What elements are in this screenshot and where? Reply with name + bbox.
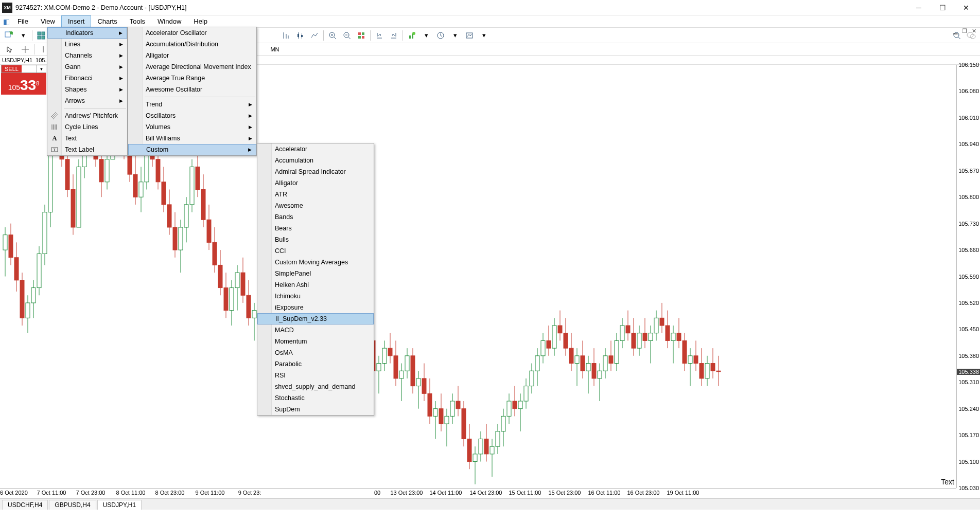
chart-shift-button[interactable]	[387, 29, 400, 42]
menu-item-custom-moving-averages[interactable]: Custom Moving Averages	[257, 257, 374, 268]
svg-rect-102	[162, 182, 166, 205]
menu-item-awesome-oscillator[interactable]: Awesome Oscillator	[128, 84, 256, 95]
menu-item-momentum[interactable]: Momentum	[257, 336, 374, 347]
mdi-restore-button[interactable]: ❐	[960, 28, 969, 34]
menu-item-stochastic[interactable]: Stochastic	[257, 392, 374, 404]
menu-item-gann[interactable]: Gann▶	[47, 61, 127, 73]
menu-item-accumulation-distribution[interactable]: Accumulation/Distribution	[128, 39, 256, 50]
menu-item-supdem[interactable]: SupDem	[257, 404, 374, 415]
tb-dropdown-1[interactable]: ▾	[16, 29, 30, 42]
svg-rect-26	[362, 36, 364, 39]
new-order-button[interactable]	[2, 29, 15, 42]
menu-item-accelerator-oscillator[interactable]: Accelerator Oscillator	[128, 27, 256, 39]
menu-item-bill-williams[interactable]: Bill Williams▶	[128, 133, 256, 144]
menu-item-macd[interactable]: MACD	[257, 324, 374, 336]
close-button[interactable]: ✕	[954, 0, 978, 15]
menu-tools[interactable]: Tools	[124, 15, 151, 27]
menu-item-simplepanel[interactable]: SimplePanel	[257, 268, 374, 279]
menu-item-atr[interactable]: ATR	[257, 189, 374, 200]
menu-item-cycle-lines[interactable]: Cycle Lines	[47, 121, 127, 133]
candle-chart-button[interactable]	[293, 29, 307, 42]
chart-tab[interactable]: GBPUSD,H4	[49, 500, 96, 510]
mdi-minimize-button[interactable]: ▁	[951, 28, 959, 34]
chart-text-annotation[interactable]: Text	[941, 478, 954, 486]
templates-button[interactable]	[463, 29, 476, 42]
svg-rect-242	[558, 326, 562, 333]
svg-rect-186	[399, 371, 404, 378]
menu-item-shapes[interactable]: Shapes▶	[47, 84, 127, 95]
menu-item-average-true-range[interactable]: Average True Range	[128, 73, 256, 84]
menu-item-ii-supdem-v2-33[interactable]: II_SupDem_v2.33	[257, 313, 374, 324]
svg-rect-274	[649, 333, 653, 341]
svg-rect-104	[167, 205, 171, 227]
indicators-dropdown[interactable]: ▾	[419, 29, 433, 42]
mdi-close-button[interactable]: ✕	[970, 28, 978, 34]
periodicity-button[interactable]	[434, 29, 447, 42]
menu-item-text-label[interactable]: Text LabelT	[47, 144, 127, 155]
menu-help[interactable]: Help	[187, 15, 214, 27]
time-tick: 9 Oct 23:	[238, 490, 261, 496]
menu-item-shved-supply-and-demand[interactable]: shved_supply_and_demand	[257, 381, 374, 392]
templates-dropdown[interactable]: ▾	[477, 29, 491, 42]
auto-scroll-button[interactable]	[373, 29, 386, 42]
maximize-button[interactable]: ☐	[931, 0, 954, 15]
bar-chart-button[interactable]	[279, 29, 292, 42]
menu-item-oscillators[interactable]: Oscillators▶	[128, 110, 256, 121]
arrange-windows-button[interactable]	[34, 29, 48, 42]
cursor-tool[interactable]	[2, 44, 18, 55]
menu-item-osma[interactable]: OsMA	[257, 347, 374, 358]
menu-item-iexposure[interactable]: iExposure	[257, 302, 374, 313]
menu-charts[interactable]: Charts	[91, 15, 123, 27]
zoom-out-button[interactable]	[340, 29, 354, 42]
sell-dropdown-icon[interactable]: ▼	[37, 65, 46, 73]
menu-item-average-directional-movement-index[interactable]: Average Directional Movement Index	[128, 61, 256, 73]
indicators-button[interactable]	[405, 29, 418, 42]
menu-item-awesome[interactable]: Awesome	[257, 200, 374, 211]
menu-item-channels[interactable]: Channels▶	[47, 50, 127, 61]
menu-item-bands[interactable]: Bands	[257, 211, 374, 223]
tile-button[interactable]	[355, 29, 368, 42]
menu-item-ichimoku[interactable]: Ichimoku	[257, 291, 374, 302]
price-tick: 105.940	[958, 141, 979, 147]
menu-item-arrows[interactable]: Arrows▶	[47, 95, 127, 106]
menu-item-rsi[interactable]: RSI	[257, 370, 374, 381]
minimize-button[interactable]: ─	[907, 0, 931, 15]
chart-tab[interactable]: USDCHF,H4	[2, 500, 48, 510]
menu-item-cci[interactable]: CCI	[257, 245, 374, 257]
svg-rect-46	[3, 235, 7, 250]
menu-item-bulls[interactable]: Bulls	[257, 234, 374, 245]
crosshair-tool[interactable]	[18, 44, 33, 55]
menu-item-accelerator[interactable]: Accelerator	[257, 143, 374, 155]
menu-item-bears[interactable]: Bears	[257, 223, 374, 234]
menu-item-accumulation[interactable]: Accumulation	[257, 155, 374, 166]
zoom-in-button[interactable]	[326, 29, 339, 42]
indicators-submenu-popup: Accelerator OscillatorAccumulation/Distr…	[128, 27, 257, 156]
sell-label[interactable]: SELL	[2, 65, 22, 73]
menu-item-lines[interactable]: Lines▶	[47, 39, 127, 50]
menu-item-volumes[interactable]: Volumes▶	[128, 121, 256, 133]
menu-item-trend[interactable]: Trend▶	[128, 99, 256, 110]
app-menu-icon[interactable]: ◧	[1, 15, 11, 27]
menu-window[interactable]: Window	[151, 15, 187, 27]
line-chart-button[interactable]	[308, 29, 321, 42]
menu-insert[interactable]: Insert	[61, 15, 92, 27]
chart-tab[interactable]: USDJPY,H1	[97, 500, 142, 510]
menu-item-custom[interactable]: Custom▶	[128, 144, 256, 155]
menu-item-fibonacci[interactable]: Fibonacci▶	[47, 73, 127, 84]
timeframe-mn[interactable]: MN	[267, 44, 283, 55]
menu-item-parabolic[interactable]: Parabolic	[257, 358, 374, 370]
menu-item-indicators[interactable]: Indicators▶	[47, 27, 127, 39]
menu-item-heiken-ashi[interactable]: Heiken Ashi	[257, 279, 374, 291]
sell-price[interactable]: 105 33 8	[1, 73, 46, 95]
svg-rect-266	[626, 326, 630, 333]
menu-file[interactable]: File	[11, 15, 34, 27]
menu-item-alligator[interactable]: Alligator	[257, 177, 374, 189]
menu-view[interactable]: View	[34, 15, 61, 27]
periodicity-dropdown[interactable]: ▾	[448, 29, 462, 42]
menu-item-andrews-pitchfork[interactable]: Andrews' Pitchfork	[47, 110, 127, 121]
price-tick: 105.310	[958, 379, 979, 385]
menu-item-text[interactable]: TextA	[47, 133, 127, 144]
menu-item-admiral-spread-indicator[interactable]: Admiral Spread Indicator	[257, 166, 374, 177]
svg-rect-230	[524, 386, 528, 401]
menu-item-alligator[interactable]: Alligator	[128, 50, 256, 61]
